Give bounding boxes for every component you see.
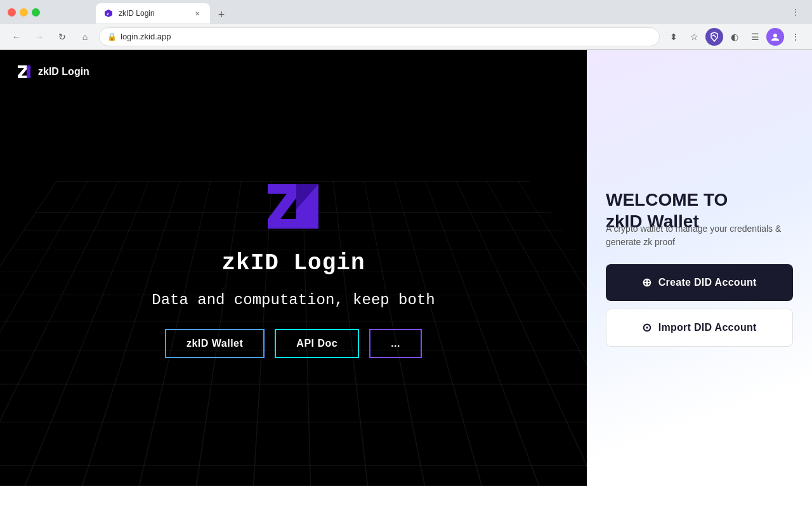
window-controls-right: ⋮ — [792, 8, 799, 17]
reload-button[interactable]: ↻ — [53, 28, 71, 46]
wallet-button[interactable]: zkID Wallet — [165, 329, 265, 358]
window-controls — [8, 8, 40, 17]
title-bar: z zkID Login ✕ + ⋮ — [0, 0, 812, 24]
minimize-button[interactable] — [20, 8, 28, 17]
tab-bar: z zkID Login ✕ + — [45, 1, 281, 23]
maximize-button[interactable] — [32, 8, 40, 17]
profile-icon[interactable] — [766, 28, 784, 46]
svg-text:z: z — [107, 11, 109, 17]
api-doc-button[interactable]: API Doc — [275, 329, 359, 358]
lock-icon: 🔒 — [107, 32, 117, 41]
page-content: zkID Login zkID Login Data and computati… — [0, 50, 812, 486]
center-content: zkID Login Data and computation, keep bo… — [152, 178, 435, 358]
import-icon: ⊙ — [642, 321, 652, 335]
nav-bar: ← → ↻ ⌂ 🔒 login.zkid.app ⬍ ☆ ◐ ☰ — [0, 24, 812, 50]
tab-favicon: z — [103, 8, 114, 18]
extensions-icon[interactable]: ◐ — [726, 28, 743, 46]
svg-point-2 — [773, 34, 777, 37]
hero-logo-icon — [261, 178, 325, 235]
left-header: zkID Login — [15, 63, 89, 81]
left-panel: zkID Login zkID Login Data and computati… — [0, 50, 587, 486]
header-logo-icon — [15, 63, 33, 81]
forward-button[interactable]: → — [30, 28, 48, 46]
tab-close-icon[interactable]: ✕ — [192, 8, 202, 18]
close-button[interactable] — [8, 8, 16, 17]
create-icon: ⊕ — [642, 276, 652, 290]
tab-title: zkID Login — [119, 9, 187, 18]
more-button[interactable]: ... — [369, 329, 422, 358]
create-did-label: Create DID Account — [658, 277, 757, 288]
back-button[interactable]: ← — [8, 28, 25, 46]
sidebar-icon[interactable]: ☰ — [746, 28, 764, 46]
import-did-label: Import DID Account — [658, 322, 757, 333]
welcome-section: WELCOME TO zkID Wallet A crypto wallet t… — [606, 189, 793, 248]
welcome-line1: WELCOME TO — [606, 190, 728, 210]
new-tab-button[interactable]: + — [213, 6, 230, 23]
hero-buttons: zkID Wallet API Doc ... — [165, 329, 422, 358]
hero-tagline: Data and computation, keep both — [152, 291, 435, 309]
header-title: zkID Login — [38, 66, 89, 77]
nav-right-icons: ⬍ ☆ ◐ ☰ ⋮ — [665, 28, 804, 46]
address-bar[interactable]: 🔒 login.zkid.app — [99, 27, 660, 46]
extension-zkid-icon[interactable] — [705, 28, 723, 46]
welcome-subtitle: A crypto wallet to manage your credentia… — [606, 222, 793, 249]
home-button[interactable]: ⌂ — [76, 28, 94, 46]
import-did-button[interactable]: ⊙ Import DID Account — [606, 309, 793, 347]
menu-icon[interactable]: ⋮ — [787, 28, 804, 46]
right-panel: WELCOME TO zkID Wallet A crypto wallet t… — [587, 50, 812, 486]
hero-title: zkID Login — [221, 250, 365, 276]
create-did-button[interactable]: ⊕ Create DID Account — [606, 264, 793, 301]
bookmark-icon[interactable]: ☆ — [685, 28, 703, 46]
active-tab[interactable]: z zkID Login ✕ — [96, 3, 210, 23]
address-text: login.zkid.app — [121, 32, 652, 41]
action-buttons: ⊕ Create DID Account ⊙ Import DID Accoun… — [606, 264, 793, 347]
share-icon[interactable]: ⬍ — [665, 28, 683, 46]
